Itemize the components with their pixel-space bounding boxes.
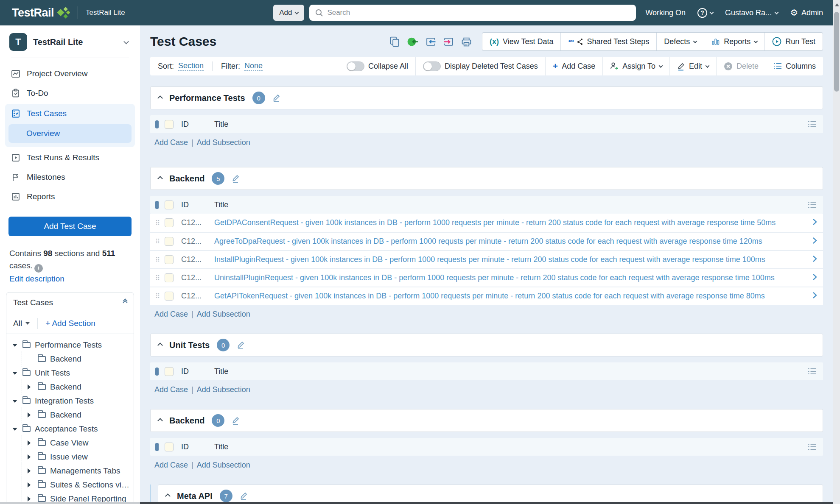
case-title-link[interactable]: AgreeToDpaRequest - given 100k instances… [214, 237, 812, 246]
tree-item-unit-tests[interactable]: Unit Tests [12, 366, 131, 380]
chevron-up-icon[interactable] [157, 95, 163, 101]
select-all-checkbox[interactable] [165, 200, 174, 209]
columns-button[interactable]: Columns [766, 57, 823, 75]
tree-item-backend[interactable]: Backend [28, 352, 131, 366]
workspace-selector[interactable]: T TestRail Lite [0, 25, 140, 58]
sidebar-item-overview[interactable]: Overview [8, 124, 132, 143]
edit-section-icon[interactable] [232, 416, 240, 425]
defects-dropdown[interactable]: Defects [656, 33, 704, 50]
working-on-link[interactable]: Working On [645, 8, 686, 17]
chevron-up-icon[interactable] [157, 342, 163, 348]
caret-right-icon[interactable] [28, 454, 37, 459]
add-case-link[interactable]: Add Case [154, 461, 188, 469]
chevron-up-icon[interactable] [157, 176, 163, 181]
section-header[interactable]: Meta API 7 [158, 485, 823, 504]
sort-value-link[interactable]: Section [178, 61, 204, 71]
search-input[interactable] [327, 8, 630, 17]
collapse-panel-icon[interactable] [123, 301, 127, 304]
chevron-right-icon[interactable] [812, 218, 817, 228]
tree-item-integration-tests[interactable]: Integration Tests [12, 394, 131, 408]
section-header[interactable]: Backend 5 [150, 167, 823, 190]
chevron-right-icon[interactable] [812, 237, 817, 246]
caret-right-icon[interactable] [28, 468, 37, 473]
columns-icon[interactable] [808, 120, 816, 128]
scroll-up-icon[interactable] [835, 3, 839, 6]
select-pill-icon[interactable] [155, 201, 159, 209]
chevron-up-icon[interactable] [157, 418, 163, 423]
run-test-button[interactable]: Run Test [764, 33, 823, 50]
edit-section-icon[interactable] [272, 93, 281, 103]
add-case-link[interactable]: Add Case [154, 138, 188, 147]
reports-dropdown[interactable]: Reports [704, 33, 764, 50]
select-all-checkbox[interactable] [165, 367, 174, 376]
search-bar[interactable] [309, 5, 636, 21]
tree-item-case-view[interactable]: Case View [28, 436, 131, 450]
drag-handle-icon[interactable] [155, 219, 165, 227]
test-case-row[interactable]: C12... AgreeToDpaRequest - given 100k in… [150, 232, 823, 250]
section-header[interactable]: Performance Tests 0 [150, 86, 823, 109]
import-green-icon[interactable] [407, 36, 418, 47]
sidebar-item-test-runs-results[interactable]: Test Runs & Results [5, 148, 135, 167]
copy-icon[interactable] [390, 36, 400, 47]
print-icon[interactable] [461, 36, 472, 47]
sidebar-item-todo[interactable]: To-Do [5, 84, 135, 103]
caret-right-icon[interactable] [28, 440, 37, 446]
drag-handle-icon[interactable] [155, 238, 165, 245]
columns-icon[interactable] [808, 443, 816, 451]
display-deleted-toggle[interactable]: Display Deleted Test Cases [415, 57, 545, 75]
caret-down-icon[interactable] [12, 428, 22, 431]
case-title-link[interactable]: InstallPluginRequest - given 100k instan… [214, 255, 812, 264]
sidebar-item-reports[interactable]: Reports [5, 187, 135, 206]
columns-icon[interactable] [808, 368, 816, 375]
caret-right-icon[interactable] [28, 412, 37, 418]
case-title-link[interactable]: GetDPAConsentRequest - given 100k instan… [214, 218, 812, 227]
sidebar-item-milestones[interactable]: Milestones [5, 167, 135, 187]
tree-item-managements-tabs[interactable]: Managements Tabs [28, 464, 131, 478]
drag-handle-icon[interactable] [155, 292, 165, 300]
tree-item-backend[interactable]: Backend [28, 380, 131, 394]
caret-down-icon[interactable] [12, 372, 22, 375]
toggle-off-icon[interactable] [423, 61, 441, 71]
add-subsection-link[interactable]: Add Subsection [197, 310, 250, 318]
drag-handle-icon[interactable] [155, 256, 165, 264]
add-case-button[interactable]: + Add Case [545, 57, 602, 75]
import-icon[interactable] [426, 36, 436, 47]
add-subsection-link[interactable]: Add Subsection [197, 385, 250, 394]
case-title-link[interactable]: UninstallPluginRequest - given 100k inst… [214, 273, 812, 282]
add-case-link[interactable]: Add Case [154, 385, 188, 394]
caret-down-icon[interactable] [12, 344, 22, 347]
row-checkbox[interactable] [165, 292, 174, 301]
chevron-up-icon[interactable] [165, 493, 171, 499]
add-test-case-button[interactable]: Add Test Case [8, 217, 132, 236]
chevron-right-icon[interactable] [812, 292, 817, 301]
delete-button[interactable]: Delete [716, 57, 766, 75]
edit-section-icon[interactable] [240, 491, 248, 501]
help-menu[interactable]: ? [697, 8, 713, 18]
select-all-checkbox[interactable] [165, 120, 174, 129]
filter-value-link[interactable]: None [244, 61, 263, 71]
caret-right-icon[interactable] [28, 496, 37, 501]
section-header[interactable]: Backend 0 [150, 409, 823, 432]
chevron-right-icon[interactable] [812, 255, 817, 265]
add-case-link[interactable]: Add Case [154, 310, 188, 318]
sidebar-item-project-overview[interactable]: Project Overview [5, 64, 135, 84]
row-checkbox[interactable] [165, 255, 174, 264]
tree-item-performance-tests[interactable]: Performance Tests [12, 338, 131, 352]
case-title-link[interactable]: GetAPITokenRequest - given 100k instance… [214, 292, 812, 301]
scrollbar-thumb[interactable] [834, 12, 839, 92]
test-case-row[interactable]: C12... InstallPluginRequest - given 100k… [150, 250, 823, 268]
select-all-checkbox[interactable] [165, 443, 174, 451]
test-case-row[interactable]: C12... GetAPITokenRequest - given 100k i… [150, 287, 823, 305]
columns-icon[interactable] [808, 201, 816, 209]
add-button[interactable]: Add [273, 5, 304, 21]
edit-section-icon[interactable] [237, 340, 245, 350]
view-test-data-button[interactable]: (x) View Test Data [482, 33, 560, 50]
select-pill-icon[interactable] [155, 120, 159, 128]
edit-dropdown[interactable]: Edit [669, 57, 716, 75]
caret-right-icon[interactable] [28, 384, 37, 390]
toggle-off-icon[interactable] [347, 61, 364, 71]
row-checkbox[interactable] [165, 218, 174, 227]
add-subsection-link[interactable]: Add Subsection [197, 138, 250, 147]
select-pill-icon[interactable] [155, 443, 159, 451]
edit-description-link[interactable]: Edit description [9, 274, 64, 284]
